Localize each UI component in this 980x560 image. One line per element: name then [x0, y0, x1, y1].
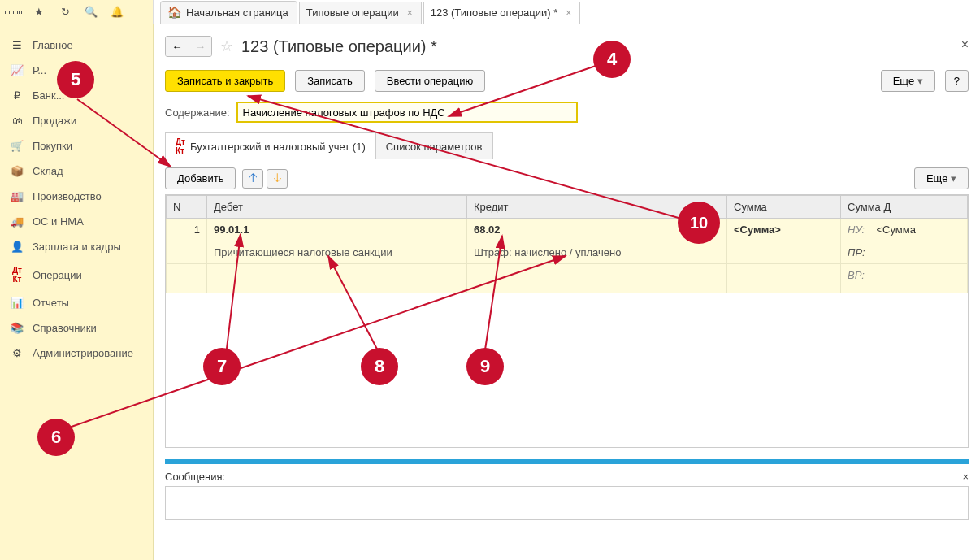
sidebar-item-reports[interactable]: 📊Отчеты [0, 290, 153, 315]
top-icon-bar: ★ ↻ 🔍 🔔 [0, 0, 154, 24]
cart-icon: 🛒 [10, 140, 24, 152]
col-sumd[interactable]: Сумма Д [841, 196, 968, 219]
cell-credit-desc: Штраф: начислено / уплачено [467, 241, 727, 264]
messages-divider [165, 459, 969, 464]
inner-tabs: ДтКт Бухгалтерский и налоговый учет (1) … [165, 132, 493, 159]
tab-label: Типовые операции [306, 7, 399, 19]
dtct-icon: ДтКт [176, 137, 185, 155]
sidebar: ☰Главное 📈Р... ₽Банк... 🛍Продажи 🛒Покупк… [0, 24, 154, 560]
forward-button[interactable]: → [189, 37, 211, 56]
star-icon[interactable]: ★ [31, 4, 47, 20]
sidebar-item-label: Зарплата и кадры [33, 241, 121, 253]
save-close-button[interactable]: Записать и закрыть [165, 70, 285, 92]
tab-label: Список параметров [386, 141, 483, 153]
close-page-icon[interactable]: × [961, 37, 969, 52]
tab-params[interactable]: Список параметров [376, 133, 493, 159]
table-row[interactable]: 1 99.01.1 68.02 <Сумма> НУ: <Сумма [167, 219, 968, 241]
sidebar-item-manager[interactable]: 📈Р... [0, 58, 153, 83]
table-row-extra[interactable]: ВР: [167, 264, 968, 293]
add-button[interactable]: Добавить [165, 167, 236, 189]
factory-icon: 🏭 [10, 190, 24, 202]
grid-wrap: N Дебет Кредит Сумма Сумма Д 1 99.01.1 6… [165, 194, 969, 448]
sidebar-item-label: Справочники [33, 322, 97, 334]
page-title: 123 (Типовые операции) * [241, 37, 437, 56]
tabs-row: 🏠 Начальная страница Типовые операции × … [154, 0, 980, 24]
sidebar-item-admin[interactable]: ⚙Администрирование [0, 341, 153, 366]
back-button[interactable]: ← [166, 37, 189, 56]
sidebar-item-operations[interactable]: ДтКтОперации [0, 259, 153, 290]
apps-icon[interactable] [5, 4, 21, 20]
cell-debit-desc: Причитающиеся налоговые санкции [207, 241, 467, 264]
sidebar-item-assets[interactable]: 🚚ОС и НМА [0, 209, 153, 234]
home-icon: 🏠 [167, 6, 181, 19]
content-label: Содержание: [165, 106, 230, 119]
table-toolbar: Добавить 🡡 🡣 Еще [165, 167, 969, 189]
content-area: ← → ☆ 123 (Типовые операции) * × Записат… [154, 24, 980, 560]
more-button[interactable]: Еще [881, 70, 935, 92]
sidebar-item-purchases[interactable]: 🛒Покупки [0, 133, 153, 158]
enter-operation-button[interactable]: Ввести операцию [375, 70, 485, 92]
search-icon[interactable]: 🔍 [83, 4, 99, 20]
col-debit[interactable]: Дебет [207, 196, 467, 219]
content-field-row: Содержание: [165, 102, 969, 123]
truck-icon: 🚚 [10, 215, 24, 228]
cell-pr: ПР: [841, 241, 968, 264]
cell-sumd: НУ: <Сумма [841, 219, 968, 241]
sidebar-item-production[interactable]: 🏭Производство [0, 184, 153, 209]
history-icon[interactable]: ↻ [57, 4, 73, 20]
sidebar-item-label: Отчеты [33, 297, 69, 309]
nav-buttons: ← → [165, 36, 212, 57]
col-sum[interactable]: Сумма [727, 196, 841, 219]
sidebar-item-catalogs[interactable]: 📚Справочники [0, 315, 153, 341]
gear-icon: ⚙ [10, 347, 24, 359]
cell-sum[interactable]: <Сумма> [727, 219, 841, 241]
move-up-button[interactable]: 🡡 [242, 169, 263, 189]
sidebar-item-label: Р... [33, 64, 46, 76]
sidebar-item-label: Операции [33, 269, 82, 281]
sidebar-item-main[interactable]: ☰Главное [0, 33, 153, 58]
person-icon: 👤 [10, 241, 24, 253]
table-more-button[interactable]: Еще [914, 167, 969, 189]
cell-vr: ВР: [841, 264, 968, 293]
tab-typical-ops[interactable]: Типовые операции × [299, 2, 422, 24]
dtct-icon: ДтКт [10, 266, 24, 284]
header-line: ← → ☆ 123 (Типовые операции) * × [165, 36, 969, 57]
messages-body [165, 486, 969, 520]
sidebar-item-sales[interactable]: 🛍Продажи [0, 108, 153, 133]
chart-icon: 📈 [10, 64, 24, 76]
help-button[interactable]: ? [945, 70, 969, 92]
books-icon: 📚 [10, 322, 24, 334]
tab-accounting[interactable]: ДтКт Бухгалтерский и налоговый учет (1) [166, 133, 376, 159]
cell-credit-acc[interactable]: 68.02 [467, 219, 727, 241]
cell-n: 1 [167, 219, 207, 241]
sidebar-item-label: Покупки [33, 140, 72, 152]
table-header-row: N Дебет Кредит Сумма Сумма Д [167, 196, 968, 219]
content-input[interactable] [236, 102, 578, 123]
tab-label: 123 (Типовые операции) * [431, 7, 558, 19]
top-row: ★ ↻ 🔍 🔔 🏠 Начальная страница Типовые опе… [0, 0, 980, 24]
sidebar-item-label: ОС и НМА [33, 215, 84, 228]
col-credit[interactable]: Кредит [467, 196, 727, 219]
cell-debit-acc[interactable]: 99.01.1 [207, 219, 467, 241]
messages-close-icon[interactable]: × [962, 471, 969, 483]
actions-row: Записать и закрыть Записать Ввести опера… [165, 70, 969, 92]
sidebar-item-label: Продажи [33, 115, 76, 127]
col-n[interactable]: N [167, 196, 207, 219]
sidebar-item-label: Главное [33, 39, 73, 51]
entries-table[interactable]: N Дебет Кредит Сумма Сумма Д 1 99.01.1 6… [166, 195, 968, 293]
sidebar-item-warehouse[interactable]: 📦Склад [0, 158, 153, 184]
tab-current[interactable]: 123 (Типовые операции) * × [423, 2, 581, 24]
bell-icon[interactable]: 🔔 [109, 4, 125, 20]
messages-label: Сообщения: [165, 471, 225, 483]
close-icon[interactable]: × [407, 7, 413, 19]
tab-home[interactable]: 🏠 Начальная страница [160, 1, 297, 24]
close-icon[interactable]: × [566, 7, 571, 19]
favorite-icon[interactable]: ☆ [220, 37, 233, 55]
table-row-desc[interactable]: Причитающиеся налоговые санкции Штраф: н… [167, 241, 968, 264]
sidebar-item-payroll[interactable]: 👤Зарплата и кадры [0, 234, 153, 259]
ruble-icon: ₽ [10, 89, 24, 102]
move-down-button[interactable]: 🡣 [267, 169, 288, 189]
sidebar-item-bank[interactable]: ₽Банк... [0, 83, 153, 108]
save-button[interactable]: Записать [295, 70, 365, 92]
sidebar-item-label: Производство [33, 190, 102, 202]
